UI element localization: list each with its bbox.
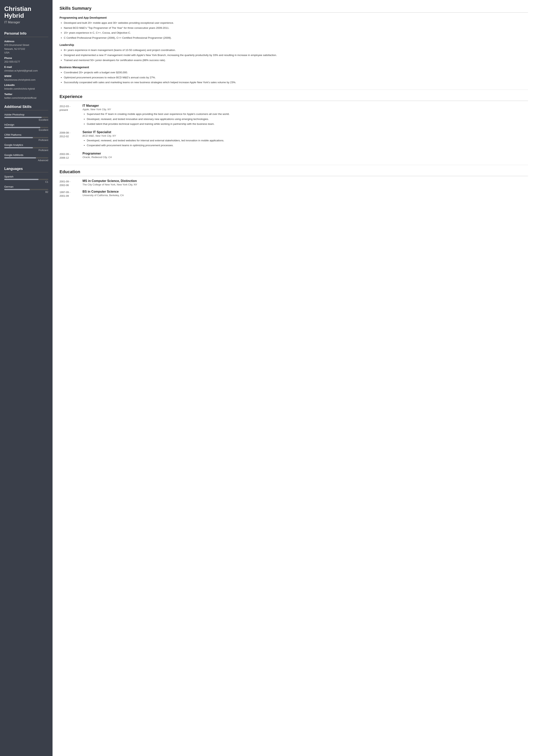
twitter-label: Twitter — [4, 93, 48, 95]
bullet-item: Coordinated 20+ projects with a budget o… — [64, 70, 528, 75]
skill-google-adwords: Google AdWords Advanced — [4, 153, 48, 162]
language-german: German B2 — [4, 185, 48, 193]
experience-section: Experience 2012-03 -present IT Manager A… — [60, 94, 528, 160]
bullet-item: 8+ years experience in team management (… — [64, 48, 528, 52]
skill-crm-platforms: CRM Platforms Proficient — [4, 133, 48, 142]
bullet-item: Trained and mentored 50+ junior develope… — [64, 58, 528, 63]
personal-info-section: Personal Info Address 970 Drummond Stree… — [0, 28, 52, 102]
exp-content: Programmer Oracle, Redwood City, CA — [82, 152, 528, 160]
exp-role: Programmer — [82, 152, 528, 155]
bullet-item: Designed and implemented a new IT manage… — [64, 53, 528, 57]
bullet-item: Cooperated with procurement teams in opt… — [87, 143, 528, 148]
www-label: WWW — [4, 75, 48, 78]
exp-content: IT Manager Apple, New York City, NY Supe… — [82, 104, 528, 127]
sidebar-header: Christian Hybrid IT Manager — [0, 0, 52, 28]
exp-bullets: Developed, reviewed, and tested websites… — [82, 138, 528, 148]
programming-bullets: Developed and built 20+ mobile apps and … — [60, 21, 528, 40]
edu-degree: MS in Computer Science, Distinction — [82, 179, 528, 183]
leadership-subsection: Leadership 8+ years experience in team m… — [60, 43, 528, 62]
main-content: Skills Summary Programming and App Devel… — [52, 0, 535, 756]
education-title: Education — [60, 169, 528, 176]
bullet-item: 15+ years experience in C, C++, Cocoa, a… — [64, 31, 528, 35]
candidate-title: IT Manager — [4, 21, 48, 24]
exp-date: 2012-03 -present — [60, 104, 79, 127]
additional-skills-title: Additional Skills — [4, 105, 48, 110]
bullet-item: C Certified Professional Programmer (200… — [64, 36, 528, 40]
language-spanish: Spanish C1 — [4, 175, 48, 183]
bullet-item: Developed, reviewed, and tested innovati… — [87, 117, 528, 121]
leadership-bullets: 8+ years experience in team management (… — [60, 48, 528, 62]
skill-google-analytics: Google Analytics Proficient — [4, 144, 48, 151]
languages-section: Languages Spanish C1 German B2 — [0, 164, 52, 195]
www-value: futureisnow.chrishybrid.com — [4, 78, 48, 82]
business-bullets: Coordinated 20+ projects with a budget o… — [60, 70, 528, 85]
skill-indesign: InDesign Excellent — [4, 123, 48, 131]
edu-school: The City College of New York, New York C… — [82, 183, 528, 186]
exp-company: BCD M&E, New York City, NY — [82, 134, 528, 137]
exp-company: Apple, New York City, NY — [82, 108, 528, 111]
bullet-item: Successfully cooperated with sales and m… — [64, 80, 528, 85]
address-label: Address — [4, 40, 48, 43]
linkedin-label: LinkedIn — [4, 84, 48, 87]
edu-date: 1997-09 -2001-09 — [60, 190, 79, 198]
edu-school: University of California, Berkeley, CA — [82, 194, 528, 197]
bullet-item: Named BCD M&E's "Top Programmer of The Y… — [64, 26, 528, 30]
phone-value: 202-555-0177 — [4, 60, 48, 64]
personal-info-title: Personal Info — [4, 32, 48, 37]
leadership-title: Leadership — [60, 43, 528, 46]
edu-entry-bs: 1997-09 -2001-09 BS in Computer Science … — [60, 190, 528, 198]
candidate-name: Christian Hybrid — [4, 6, 48, 19]
phone-label: Phone — [4, 57, 48, 60]
business-management-title: Business Management — [60, 66, 528, 69]
languages-title: Languages — [4, 167, 48, 173]
skills-summary-title: Skills Summary — [60, 6, 528, 13]
exp-entry-it-manager: 2012-03 -present IT Manager Apple, New Y… — [60, 104, 528, 127]
exp-role: IT Manager — [82, 104, 528, 107]
experience-title: Experience — [60, 94, 528, 101]
edu-content: BS in Computer Science University of Cal… — [82, 190, 528, 198]
programming-title: Programming and App Development — [60, 16, 528, 19]
business-management-subsection: Business Management Coordinated 20+ proj… — [60, 66, 528, 85]
skills-summary-section: Skills Summary Programming and App Devel… — [60, 6, 528, 85]
exp-date: 2002-09 -2006-12 — [60, 152, 79, 160]
sidebar: Christian Hybrid IT Manager Personal Inf… — [0, 0, 52, 756]
exp-entry-senior-it: 2006-08 -2012-02 Senior IT Specialist BC… — [60, 130, 528, 148]
edu-entry-ms: 2001-09 -2002-06 MS in Computer Science,… — [60, 179, 528, 187]
programming-subsection: Programming and App Development Develope… — [60, 16, 528, 40]
edu-date: 2001-09 -2002-06 — [60, 179, 79, 187]
education-section: Education 2001-09 -2002-06 MS in Compute… — [60, 169, 528, 198]
bullet-item: Optimized procurement processes to reduc… — [64, 75, 528, 80]
edu-content: MS in Computer Science, Distinction The … — [82, 179, 528, 187]
edu-degree: BS in Computer Science — [82, 190, 528, 193]
email-value: christian.w.hybrid@gmail.com — [4, 69, 48, 73]
section-divider — [60, 90, 528, 90]
bullet-item: Developed, reviewed, and tested websites… — [87, 138, 528, 143]
exp-entry-programmer: 2002-09 -2006-12 Programmer Oracle, Redw… — [60, 152, 528, 160]
email-label: E-mail — [4, 66, 48, 68]
exp-bullets: Supervised the IT team in creating mobil… — [82, 112, 528, 126]
exp-company: Oracle, Redwood City, CA — [82, 156, 528, 159]
address-value: 970 Drummond StreetNewark, NJ 07102USA — [4, 43, 48, 55]
linkedin-value: linkedin.com/in/chris-hybrid — [4, 87, 48, 91]
exp-content: Senior IT Specialist BCD M&E, New York C… — [82, 130, 528, 148]
exp-date: 2006-08 -2012-02 — [60, 130, 79, 148]
exp-role: Senior IT Specialist — [82, 130, 528, 134]
additional-skills-section: Additional Skills Adobe Photoshop Excell… — [0, 102, 52, 164]
bullet-item: Developed and built 20+ mobile apps and … — [64, 21, 528, 25]
skill-adobe-photoshop: Adobe Photoshop Excellent — [4, 113, 48, 121]
bullet-item: Supervised the IT team in creating mobil… — [87, 112, 528, 116]
twitter-value: twitter.com/chrishybridofficial — [4, 96, 48, 100]
bullet-item: Guided talent that provides technical su… — [87, 122, 528, 126]
